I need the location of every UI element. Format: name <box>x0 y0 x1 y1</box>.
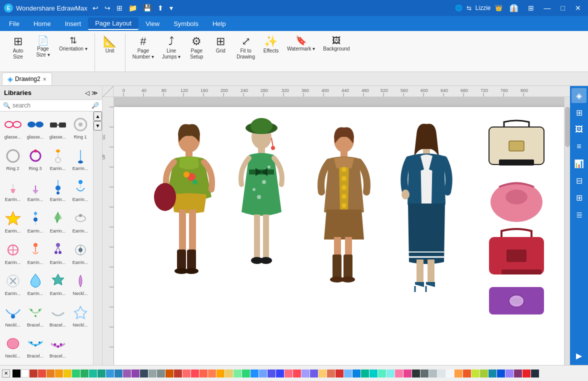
list-item[interactable]: Earrin... <box>47 145 68 176</box>
list-item[interactable]: Neckl... <box>2 302 24 332</box>
color-swatch[interactable] <box>276 370 284 378</box>
color-swatch[interactable] <box>429 370 437 378</box>
list-item[interactable]: Earrin... <box>24 239 46 270</box>
list-item[interactable]: Neckl... <box>2 332 24 363</box>
tab-close-icon[interactable]: ✕ <box>42 76 46 82</box>
close-button[interactable]: ✕ <box>572 3 584 13</box>
color-swatch[interactable] <box>497 370 505 378</box>
list-item[interactable]: Neckl... <box>70 302 91 332</box>
color-swatch[interactable] <box>480 370 488 378</box>
orientation-button[interactable]: ⇅ Orientation ▾ <box>56 34 90 54</box>
list-item[interactable]: Bracel... <box>24 302 46 332</box>
color-swatch[interactable] <box>259 370 267 378</box>
color-swatch[interactable] <box>506 370 514 378</box>
canvas-scroll[interactable] <box>114 97 564 365</box>
color-swatch[interactable] <box>216 370 224 378</box>
list-item[interactable]: glasse... <box>2 114 24 144</box>
color-swatch[interactable] <box>55 370 63 378</box>
fit-to-drawing-button[interactable]: ⤢ Fit toDrawing <box>234 34 258 62</box>
color-swatch[interactable] <box>182 370 190 378</box>
list-item[interactable]: Ring 3 <box>24 145 46 176</box>
color-swatch[interactable] <box>327 370 335 378</box>
color-swatch[interactable] <box>386 370 394 378</box>
more-button[interactable]: ▾ <box>168 3 175 13</box>
color-swatch[interactable] <box>114 370 122 378</box>
list-item[interactable]: Earrin... <box>70 208 91 238</box>
page-number-button[interactable]: # PageNumber ▾ <box>130 34 157 62</box>
color-swatch[interactable] <box>140 370 148 378</box>
list-item[interactable]: glasse... <box>24 114 46 144</box>
list-item[interactable]: Ring 2 <box>2 145 24 176</box>
list-item[interactable]: Earrin... <box>2 270 24 300</box>
effects-button[interactable]: ✨ Effects <box>260 34 282 56</box>
unit-button[interactable]: 📐 Unit <box>99 34 121 56</box>
color-swatch[interactable] <box>344 370 352 378</box>
list-item[interactable]: Earrin... <box>24 176 46 206</box>
color-swatch[interactable] <box>123 370 131 378</box>
color-swatch[interactable] <box>64 370 72 378</box>
color-swatch[interactable] <box>250 370 258 378</box>
sidebar-collapse[interactable]: ≫ <box>92 90 98 96</box>
color-swatch[interactable] <box>361 370 369 378</box>
menu-page-layout[interactable]: Page Layout <box>88 18 138 30</box>
list-item[interactable]: Earrin... <box>47 239 68 270</box>
color-swatch[interactable] <box>522 370 530 378</box>
color-swatch[interactable] <box>98 370 106 378</box>
page-setup-button[interactable]: ⚙ PageSetup <box>186 34 208 62</box>
sidebar-nav-left[interactable]: ◁ <box>85 90 90 96</box>
grid-right-button[interactable]: ⊞ <box>572 190 586 205</box>
color-swatch[interactable] <box>454 370 462 378</box>
minimize-button[interactable]: — <box>541 3 554 13</box>
arrow-right-button[interactable]: ▶ <box>572 348 586 363</box>
list-item[interactable]: Earrin... <box>2 239 24 270</box>
color-swatch[interactable] <box>370 370 378 378</box>
list-item[interactable]: Bracel... <box>47 302 68 332</box>
color-swatch-black[interactable] <box>12 370 20 378</box>
menu-home[interactable]: Home <box>26 18 58 30</box>
color-swatch[interactable] <box>208 370 216 378</box>
color-swatch[interactable] <box>420 370 428 378</box>
search-submit-icon[interactable]: 🔎 <box>92 102 99 109</box>
list-item[interactable]: Earrin... <box>70 239 91 270</box>
list-item[interactable]: Neckl... <box>70 270 91 300</box>
menu-help[interactable]: Help <box>206 18 233 30</box>
minus-button[interactable]: ⊟ <box>572 173 586 188</box>
color-swatch[interactable] <box>438 370 446 378</box>
list-item[interactable]: Earrin... <box>2 176 24 206</box>
background-button[interactable]: 🖼 Background <box>320 34 352 54</box>
color-swatch[interactable] <box>191 370 199 378</box>
layout-button[interactable]: ⊞ <box>572 105 586 120</box>
color-swatch[interactable] <box>38 370 46 378</box>
properties-button[interactable]: ◈ <box>572 88 586 103</box>
scroll-up-arrow[interactable]: ▲ <box>94 112 102 121</box>
maximize-button[interactable]: □ <box>558 3 568 13</box>
line-jumps-button[interactable]: ⤴ LineJumps ▾ <box>159 34 184 62</box>
list-item[interactable]: Earrin... <box>24 208 46 238</box>
list-item[interactable]: Bracel... <box>47 332 68 363</box>
color-swatch-white[interactable] <box>21 370 29 378</box>
menu-insert[interactable]: Insert <box>58 18 88 30</box>
page-size-button[interactable]: 📄 PageSize ▾ <box>32 34 54 60</box>
color-swatch[interactable] <box>531 370 539 378</box>
color-swatch[interactable] <box>463 370 471 378</box>
color-swatch[interactable] <box>72 370 80 378</box>
undo-button[interactable]: ↩ <box>90 3 100 13</box>
apps-button[interactable]: ⊞ <box>525 3 537 13</box>
color-swatch[interactable] <box>166 370 174 378</box>
color-swatch[interactable] <box>352 370 360 378</box>
color-swatch[interactable] <box>395 370 403 378</box>
no-color-swatch[interactable]: ✕ <box>2 370 10 378</box>
list-item[interactable]: glasse... <box>47 114 68 144</box>
scroll-down-arrow[interactable]: ▼ <box>94 121 102 130</box>
color-swatch[interactable] <box>106 370 114 378</box>
open-button[interactable]: 📁 <box>126 3 139 13</box>
color-swatch[interactable] <box>80 370 88 378</box>
grid-button[interactable]: ⊞ Grid <box>210 34 232 56</box>
color-swatch[interactable] <box>30 370 38 378</box>
list-item[interactable]: Earrin... <box>47 176 68 206</box>
export-button[interactable]: ⬆ <box>156 3 166 13</box>
layers-button[interactable]: ≡ <box>572 139 586 154</box>
menu-view[interactable]: View <box>138 18 166 30</box>
sidebar-search-bar[interactable]: 🔍 🔎 <box>0 100 102 112</box>
color-swatch[interactable] <box>157 370 165 378</box>
